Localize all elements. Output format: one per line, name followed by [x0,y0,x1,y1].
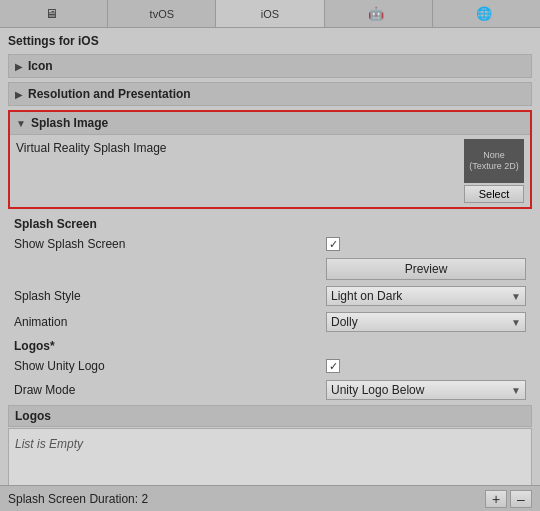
web-icon: 🌐 [476,6,492,21]
draw-mode-label: Draw Mode [14,383,326,397]
section-resolution[interactable]: ▶ Resolution and Presentation [8,82,532,106]
draw-mode-row: Draw Mode Unity Logo Below ▼ [8,377,532,403]
resolution-section-arrow: ▶ [15,89,23,100]
splash-style-control: Light on Dark ▼ [326,286,526,306]
preview-control: Preview [326,258,526,280]
splash-image-title: Splash Image [31,116,108,130]
splash-style-label: Splash Style [14,289,326,303]
tab-bar: 🖥 tvOS iOS 🤖 🌐 [0,0,540,28]
draw-mode-arrow: ▼ [511,385,521,396]
android-icon: 🤖 [368,6,384,21]
animation-row: Animation Dolly ▼ [8,309,532,335]
show-unity-checkbox[interactable] [326,359,340,373]
show-splash-row: Show Splash Screen [8,233,532,255]
texture-text: None(Texture 2D) [469,150,519,172]
tab-tvos-label: tvOS [150,8,174,20]
tab-ios[interactable]: iOS [216,0,324,27]
texture-preview: None(Texture 2D) [464,139,524,183]
select-texture-button[interactable]: Select [464,185,524,203]
splash-image-header[interactable]: ▼ Splash Image [10,112,530,135]
logos-section-label: Logos [8,405,532,427]
main-content: Settings for iOS ▶ Icon ▶ Resolution and… [0,28,540,511]
show-unity-label: Show Unity Logo [14,359,326,373]
show-splash-checkbox[interactable] [326,237,340,251]
tab-android[interactable]: 🤖 [325,0,433,27]
splash-style-arrow: ▼ [511,291,521,302]
draw-mode-dropdown[interactable]: Unity Logo Below ▼ [326,380,526,400]
show-splash-label: Show Splash Screen [14,237,326,251]
page-title: Settings for iOS [8,34,532,48]
logos-list: List is Empty [8,428,532,488]
tab-monitor[interactable]: 🖥 [0,0,108,27]
splash-image-control: None(Texture 2D) Select [464,139,524,203]
vr-splash-label: Virtual Reality Splash Image [16,139,464,203]
remove-button[interactable]: – [510,490,532,508]
tab-tvos[interactable]: tvOS [108,0,216,27]
splash-style-row: Splash Style Light on Dark ▼ [8,283,532,309]
splash-image-content: Virtual Reality Splash Image None(Textur… [10,135,530,207]
splash-style-value: Light on Dark [331,289,402,303]
show-unity-control [326,359,526,373]
logos-title: Logos* [8,335,532,355]
animation-label: Animation [14,315,326,329]
icon-section-arrow: ▶ [15,61,23,72]
preview-button[interactable]: Preview [326,258,526,280]
animation-value: Dolly [331,315,358,329]
bottom-bar: Splash Screen Duration: 2 + – [0,485,540,511]
splash-duration-label: Splash Screen Duration: 2 [8,492,482,506]
tab-ios-label: iOS [261,8,279,20]
draw-mode-value: Unity Logo Below [331,383,424,397]
section-icon[interactable]: ▶ Icon [8,54,532,78]
animation-control: Dolly ▼ [326,312,526,332]
resolution-section-title: Resolution and Presentation [28,87,191,101]
splash-style-dropdown[interactable]: Light on Dark ▼ [326,286,526,306]
show-unity-row: Show Unity Logo [8,355,532,377]
animation-arrow: ▼ [511,317,521,328]
draw-mode-control: Unity Logo Below ▼ [326,380,526,400]
splash-image-arrow: ▼ [16,118,26,129]
section-splash-image: ▼ Splash Image Virtual Reality Splash Im… [8,110,532,209]
monitor-icon: 🖥 [45,6,58,21]
icon-section-title: Icon [28,59,53,73]
show-splash-control [326,237,526,251]
splash-screen-title: Splash Screen [8,213,532,233]
list-empty-label: List is Empty [15,437,83,451]
logos-section: Logos List is Empty [8,405,532,488]
add-button[interactable]: + [485,490,507,508]
animation-dropdown[interactable]: Dolly ▼ [326,312,526,332]
tab-web[interactable]: 🌐 [433,0,540,27]
preview-row: Preview [8,255,532,283]
